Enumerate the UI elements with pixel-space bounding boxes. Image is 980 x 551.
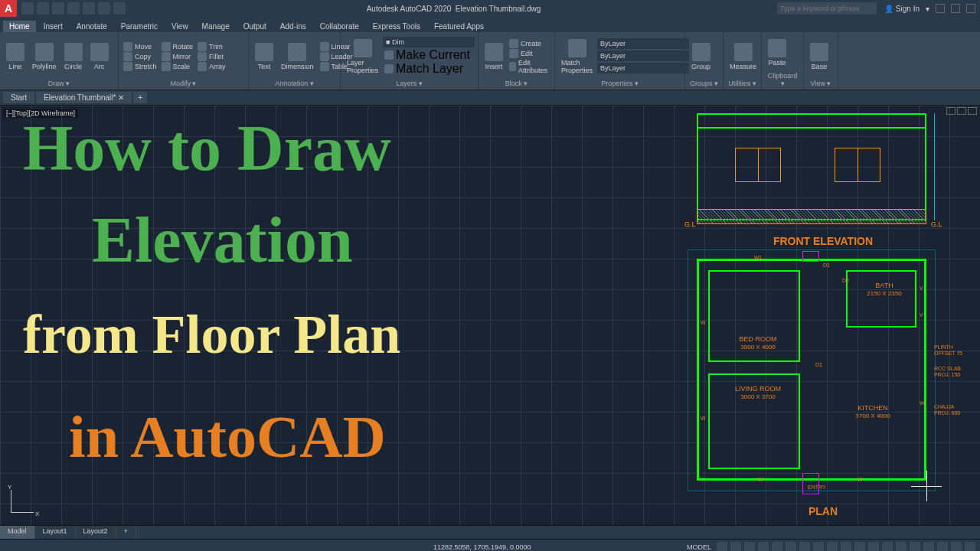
rotate-button[interactable]: Rotate	[160, 42, 195, 51]
panel-label[interactable]: Annotation ▾	[252, 79, 337, 88]
copy-button[interactable]: Copy	[122, 52, 158, 61]
layer-combo[interactable]: ■ Dim	[383, 37, 475, 47]
measure-button[interactable]: Measure	[727, 41, 760, 72]
add-layout-button[interactable]: +	[116, 526, 136, 539]
tab-collaborate[interactable]: Collaborate	[314, 21, 365, 32]
file-tab-start[interactable]: Start	[3, 92, 34, 103]
otrack-icon[interactable]	[786, 542, 796, 552]
edit-button[interactable]: Edit	[508, 49, 551, 58]
ortho-icon[interactable]	[744, 542, 755, 552]
tab-annotate[interactable]: Annotate	[70, 21, 113, 32]
linetype-combo[interactable]: ByLayer	[597, 63, 689, 73]
panel-label[interactable]: Properties ▾	[558, 79, 681, 88]
tab-view[interactable]: View	[165, 21, 194, 32]
ucs-icon[interactable]: Y X	[8, 487, 38, 517]
polyline-button[interactable]: Polyline	[29, 41, 60, 72]
tab-manage[interactable]: Manage	[196, 21, 236, 32]
polar-icon[interactable]	[758, 542, 769, 552]
color-combo[interactable]: ByLayer	[597, 38, 689, 49]
tab-output[interactable]: Output	[237, 21, 273, 32]
base-button[interactable]: Base	[807, 41, 831, 72]
move-button[interactable]: Move	[122, 42, 158, 51]
group-button[interactable]: Group	[688, 41, 714, 72]
edit-attributes-button[interactable]: Edit Attributes	[508, 59, 551, 74]
tab-parametric[interactable]: Parametric	[115, 21, 164, 32]
make-current-button[interactable]: Make Current	[383, 48, 475, 62]
new-icon[interactable]	[21, 2, 34, 15]
customize-icon[interactable]	[965, 542, 975, 552]
panel-draw: Line Polyline Circle Arc Draw ▾	[0, 32, 119, 90]
signin-button[interactable]: 👤 Sign In	[884, 5, 920, 13]
overlay-line1: How to Draw	[23, 113, 391, 184]
panel-label[interactable]: Draw ▾	[3, 79, 115, 88]
annomonitor-icon[interactable]	[868, 542, 879, 552]
stretch-button[interactable]: Stretch	[122, 62, 158, 71]
tab-express[interactable]: Express Tools	[367, 21, 426, 32]
insert-button[interactable]: Insert	[482, 41, 506, 72]
dimension-button[interactable]: Dimension	[278, 41, 317, 72]
snap-icon[interactable]	[730, 542, 741, 552]
units-icon[interactable]	[882, 542, 893, 552]
tab-featured[interactable]: Featured Apps	[428, 21, 490, 32]
hardware-icon[interactable]	[937, 542, 948, 552]
cleanscreen-icon[interactable]	[951, 542, 962, 552]
tab-layout1[interactable]: Layout1	[35, 526, 76, 539]
panel-layers: Layer Properties ■ Dim Make Current Matc…	[341, 32, 479, 90]
annoscale-icon[interactable]	[841, 542, 851, 552]
tab-home[interactable]: Home	[3, 21, 36, 32]
exchange-icon[interactable]: ▾	[926, 5, 929, 13]
tab-model[interactable]: Model	[0, 526, 35, 539]
tab-insert[interactable]: Insert	[38, 21, 69, 32]
open-icon[interactable]	[37, 2, 49, 15]
plot-icon[interactable]	[83, 2, 95, 15]
redo-icon[interactable]	[113, 2, 126, 15]
panel-label[interactable]: Utilities ▾	[727, 79, 758, 88]
match-layer-button[interactable]: Match Layer	[383, 62, 475, 76]
layer-properties-button[interactable]: Layer Properties	[344, 37, 381, 76]
panel-label[interactable]: Clipboard ▾	[765, 71, 800, 88]
fillet-button[interactable]: Fillet	[196, 52, 227, 61]
panel-label[interactable]: Modify ▾	[122, 79, 245, 88]
scale-button[interactable]: Scale	[160, 62, 195, 71]
file-tab-current[interactable]: Elevation Thumbnail* ✕	[36, 92, 132, 103]
grid-icon[interactable]	[717, 542, 727, 552]
mirror-button[interactable]: Mirror	[160, 52, 195, 61]
coordinates[interactable]: 11282.5058, 1705.1949, 0.0000	[5, 543, 531, 551]
panel-label[interactable]: Layers ▾	[344, 79, 475, 88]
isolate-icon[interactable]	[923, 542, 934, 552]
help-search-input[interactable]	[777, 2, 877, 15]
trim-button[interactable]: Trim	[196, 42, 227, 51]
drawing-canvas[interactable]: [–][Top][2D Wireframe] How to Draw Eleva…	[0, 106, 980, 525]
vp-close-icon[interactable]	[968, 107, 977, 115]
lineweight-icon[interactable]	[799, 542, 810, 552]
tab-layout2[interactable]: Layout2	[76, 526, 116, 539]
paste-button[interactable]: Paste	[765, 37, 789, 68]
transparency-icon[interactable]	[813, 542, 824, 552]
app-logo[interactable]: A	[0, 0, 17, 17]
arc-button[interactable]: Arc	[87, 41, 112, 72]
lockui-icon[interactable]	[910, 542, 920, 552]
create-button[interactable]: Create	[508, 39, 551, 48]
panel-label[interactable]: Groups ▾	[688, 79, 720, 88]
circle-button[interactable]: Circle	[61, 41, 86, 72]
array-button[interactable]: Array	[196, 62, 227, 71]
new-tab-button[interactable]: +	[133, 92, 147, 103]
saveas-icon[interactable]	[67, 2, 80, 15]
panel-label[interactable]: Block ▾	[482, 79, 551, 88]
osnap-icon[interactable]	[772, 542, 782, 552]
close-icon[interactable]	[966, 4, 975, 13]
text-button[interactable]: Text	[252, 41, 276, 72]
save-icon[interactable]	[52, 2, 64, 15]
cycling-icon[interactable]	[827, 542, 838, 552]
workspace-icon[interactable]	[854, 542, 865, 552]
maximize-icon[interactable]	[951, 4, 960, 13]
model-toggle[interactable]: MODEL	[684, 543, 714, 551]
minimize-icon[interactable]	[936, 4, 945, 13]
quickprops-icon[interactable]	[896, 542, 906, 552]
undo-icon[interactable]	[98, 2, 110, 15]
tab-addins[interactable]: Add-ins	[274, 21, 312, 32]
match-properties-button[interactable]: Match Properties	[558, 37, 596, 76]
lineweight-combo[interactable]: ByLayer	[597, 51, 689, 61]
line-button[interactable]: Line	[3, 41, 28, 72]
panel-label[interactable]: View ▾	[807, 79, 835, 88]
